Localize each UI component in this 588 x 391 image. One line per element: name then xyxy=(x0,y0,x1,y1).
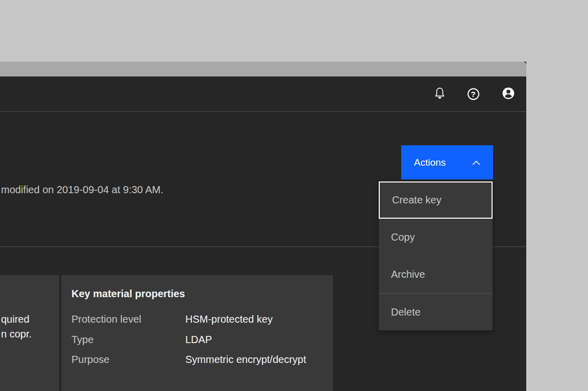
property-value: HSM-protected key xyxy=(185,312,273,326)
menu-item-delete[interactable]: Delete xyxy=(379,293,493,330)
menu-item-archive[interactable]: Archive xyxy=(379,256,493,293)
user-avatar-button[interactable] xyxy=(500,86,517,102)
property-label: Purpose xyxy=(71,352,110,367)
window-titlebar[interactable] xyxy=(0,62,526,76)
menu-item-copy[interactable]: Copy xyxy=(379,219,493,256)
property-value: Symmetric encrypt/decrypt xyxy=(185,352,306,367)
help-icon: ? xyxy=(468,88,479,100)
property-row-purpose: Purpose Symmetric encrypt/decrypt xyxy=(61,352,333,367)
menu-item-label: Copy xyxy=(391,231,415,243)
property-row-type: Type LDAP xyxy=(61,332,333,347)
clipped-description-panel: quired n copr. xyxy=(0,275,59,391)
menu-item-create-key[interactable]: Create key xyxy=(379,181,493,219)
actions-button-label: Actions xyxy=(414,157,446,168)
user-avatar-icon xyxy=(501,86,516,102)
notifications-button[interactable] xyxy=(431,86,448,102)
menu-item-label: Delete xyxy=(391,306,421,318)
desktop-background: ? modified on 2019-09-04 at 9:30 AM. Act… xyxy=(0,0,588,391)
actions-dropdown-menu: Create key Copy Archive Delete xyxy=(379,181,493,330)
clipped-text-line: n copr. xyxy=(1,327,32,342)
menu-item-label: Archive xyxy=(391,269,425,280)
clipped-text-line: quired xyxy=(1,312,32,327)
key-material-properties-panel: Key material properties Protection level… xyxy=(61,275,333,391)
last-modified-text: modified on 2019-09-04 at 9:30 AM. xyxy=(1,183,163,197)
app-window: ? modified on 2019-09-04 at 9:30 AM. Act… xyxy=(0,62,526,391)
property-label: Protection level xyxy=(71,312,141,326)
clipped-text: quired n copr. xyxy=(1,312,32,342)
app-header-bar: ? xyxy=(0,76,526,112)
menu-item-label: Create key xyxy=(392,194,442,206)
help-button[interactable]: ? xyxy=(465,86,481,102)
panel-title: Key material properties xyxy=(71,288,185,300)
bell-icon xyxy=(433,86,447,101)
chevron-up-icon xyxy=(472,157,481,168)
actions-button[interactable]: Actions xyxy=(401,145,493,179)
property-label: Type xyxy=(71,332,93,347)
property-row-protection-level: Protection level HSM-protected key xyxy=(61,312,333,326)
help-glyph: ? xyxy=(471,90,475,98)
property-value: LDAP xyxy=(185,332,212,347)
